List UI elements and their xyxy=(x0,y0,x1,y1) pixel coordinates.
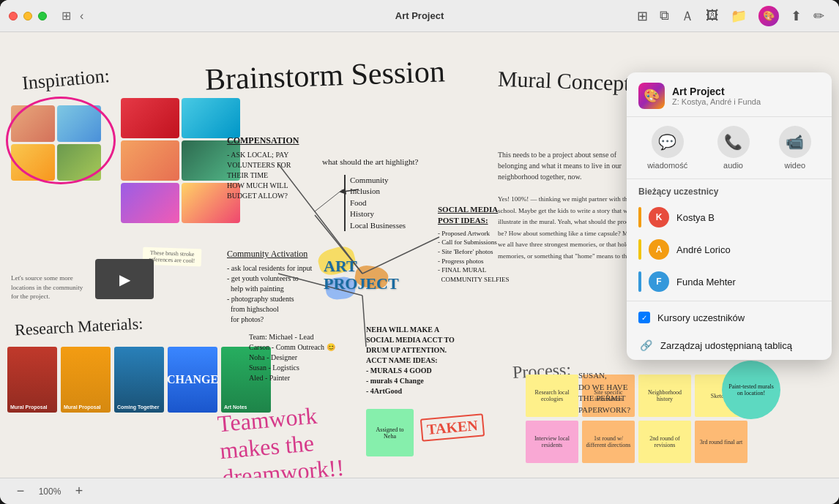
funda-name: Funda Mehter xyxy=(676,277,736,287)
message-action[interactable]: 💬 wiadomość xyxy=(647,126,687,170)
photo-5 xyxy=(121,98,179,138)
teamwork-text: Teamworkmakes thedreamwork!! xyxy=(216,400,345,478)
maximize-button[interactable] xyxy=(38,12,47,20)
video-thumb: ▶ xyxy=(95,259,154,299)
audio-label: audio xyxy=(723,161,743,170)
andre-color-bar xyxy=(638,239,641,260)
research-materials-label: Research Materials: xyxy=(14,314,143,339)
sticky-note-7: 2nd round of revisions xyxy=(638,421,691,463)
sticky-note-8: 3rd round final art xyxy=(695,421,747,463)
highlights-text: Community Inclusion Food History Local B… xyxy=(344,175,406,231)
participant-row-andre: A André Lorico xyxy=(627,233,832,266)
source-text: Let's source some more locations in the … xyxy=(11,274,84,301)
video-label: wideo xyxy=(784,161,805,170)
video-action[interactable]: 📹 wideo xyxy=(779,126,811,170)
user-avatar[interactable]: 🎨 xyxy=(758,6,779,26)
sticky-note-6: 1st round w/ different directions xyxy=(582,421,635,463)
minimize-button[interactable] xyxy=(23,12,32,20)
nav-buttons: ⊞ ‹ xyxy=(59,7,86,24)
participant-row-funda: F Funda Mehter xyxy=(627,266,832,298)
edit-icon[interactable]: ✏ xyxy=(813,8,824,24)
zoom-level: 100% xyxy=(35,486,64,497)
photo-3 xyxy=(11,144,55,181)
zoom-in-button[interactable]: + xyxy=(70,483,88,500)
panel-title: Art Project xyxy=(672,86,761,97)
participants-section-title: Bieżący uczestnicy xyxy=(627,179,832,201)
sticky-note-1: Research local ecologies xyxy=(526,375,578,417)
folder-icon[interactable]: 📁 xyxy=(731,8,747,24)
photo-grid-left xyxy=(11,105,101,181)
art-project-center: ARTPROJECT xyxy=(315,244,410,310)
audio-action[interactable]: 📞 audio xyxy=(717,126,750,170)
image-icon[interactable]: 🖼 xyxy=(706,8,719,23)
panel-header: 🎨 Art Project Z: Kostya, André i Funda xyxy=(627,72,832,117)
message-icon: 💬 xyxy=(652,126,684,158)
inspiration-label: Inspiration: xyxy=(21,65,111,94)
taken-stamp: TAKEN xyxy=(420,413,485,441)
book-2: Mural Proposal xyxy=(61,347,111,413)
window-title: Art Project xyxy=(395,10,444,21)
cursors-option-label: Kursory uczestników xyxy=(657,312,745,323)
brainstorm-title: Brainstorm Session xyxy=(204,53,445,97)
titlebar: ⊞ ‹ Art Project ⊞ ⧉ Ａ 🖼 📁 🎨 ⬆ ✏ xyxy=(0,0,839,32)
layers-icon[interactable]: ⧉ xyxy=(660,8,669,23)
text-icon[interactable]: Ａ xyxy=(681,7,694,25)
photo-grid-right xyxy=(121,98,240,223)
sticky-note-5: Interview local residents xyxy=(526,421,578,463)
video-icon: 📹 xyxy=(779,126,811,158)
andre-avatar: A xyxy=(649,239,669,260)
cursors-checkbox[interactable]: ✓ xyxy=(638,312,650,323)
photo-2 xyxy=(57,105,101,142)
funda-color-bar xyxy=(638,271,641,292)
participant-row-kostya: K Kostya B xyxy=(627,201,832,233)
mural-title: Mural Concepts xyxy=(497,67,639,97)
statusbar: − 100% + xyxy=(0,478,839,504)
kostya-avatar: K xyxy=(649,207,669,227)
team-text: Team: Michael - Lead Carson - Comm Outre… xyxy=(249,332,335,383)
app-window: ⊞ ‹ Art Project ⊞ ⧉ Ａ 🖼 📁 🎨 ⬆ ✏ Inspirat… xyxy=(0,0,839,504)
panel-subtitle: Z: Kostya, André i Funda xyxy=(672,97,761,106)
toolbar-tools: ⊞ ⧉ Ａ 🖼 📁 🎨 ⬆ ✏ xyxy=(637,6,824,26)
panel-divider xyxy=(627,301,832,301)
manage-option-label: Zarządzaj udostępnianą tablicą xyxy=(660,340,792,351)
panel-actions: 💬 wiadomość 📞 audio 📹 wideo xyxy=(627,117,832,179)
book-covers: Mural Proposal Mural Proposal Coming Tog… xyxy=(7,347,271,413)
sidebar-toggle[interactable]: ⊞ xyxy=(59,7,74,24)
audio-icon: 📞 xyxy=(717,126,750,158)
message-label: wiadomość xyxy=(647,161,687,170)
assigned-sticky: Assigned to Neha xyxy=(366,409,414,456)
book-change: CHANGE xyxy=(168,347,217,413)
manage-option-row[interactable]: 🔗 Zarządzaj udostępnianą tablicą xyxy=(627,331,832,360)
kostya-name: Kostya B xyxy=(676,212,715,223)
neha-text: NEHA WILL MAKE A SOCIAL MEDIA ACCT TO DR… xyxy=(366,325,498,396)
kostya-color-bar xyxy=(638,207,641,227)
andre-name: André Lorico xyxy=(676,244,731,255)
what-highlight-text: what should the art highlight? xyxy=(322,157,418,168)
book-1: Mural Proposal xyxy=(7,347,57,413)
window-title-area: Art Project xyxy=(395,10,444,21)
collaboration-panel: 🎨 Art Project Z: Kostya, André i Funda 💬… xyxy=(627,72,832,360)
manage-icon: 🔗 xyxy=(638,338,653,353)
photo-1 xyxy=(11,105,55,142)
canvas[interactable]: Inspiration: Let's source some more loca… xyxy=(0,32,839,478)
zoom-out-button[interactable]: − xyxy=(12,483,29,500)
grid-view-icon[interactable]: ⊞ xyxy=(637,8,648,24)
change-label: CHANGE xyxy=(167,373,218,386)
close-button[interactable] xyxy=(9,12,18,20)
traffic-lights xyxy=(9,12,47,20)
funda-avatar: F xyxy=(649,271,669,292)
book-3: Coming Together xyxy=(114,347,164,413)
sticky-notes-grid: Research local ecologies Site specific i… xyxy=(526,375,747,463)
photo-7 xyxy=(121,140,179,181)
compensation-text: COMPENSATION - ASK LOCAL; PAYVOLUNTEERS … xyxy=(227,135,344,201)
susan-text: SUSAN,DO WE HAVETHE PERMITPAPERWORK? xyxy=(578,370,630,415)
cursors-option-row[interactable]: ✓ Kursory uczestników xyxy=(627,304,832,331)
photo-4 xyxy=(57,144,101,181)
sticky-note-3: Neighborhood history xyxy=(638,375,691,417)
panel-title-block: Art Project Z: Kostya, André i Funda xyxy=(672,86,761,106)
mural-notes-text: This needs to be a project about sense o… xyxy=(498,149,644,261)
share-icon[interactable]: ⬆ xyxy=(791,8,802,24)
art-project-text: ARTPROJECT xyxy=(315,244,410,293)
back-button[interactable]: ‹ xyxy=(77,8,86,24)
teal-circle-sticky: Paint-tested murals on location! xyxy=(722,361,780,419)
